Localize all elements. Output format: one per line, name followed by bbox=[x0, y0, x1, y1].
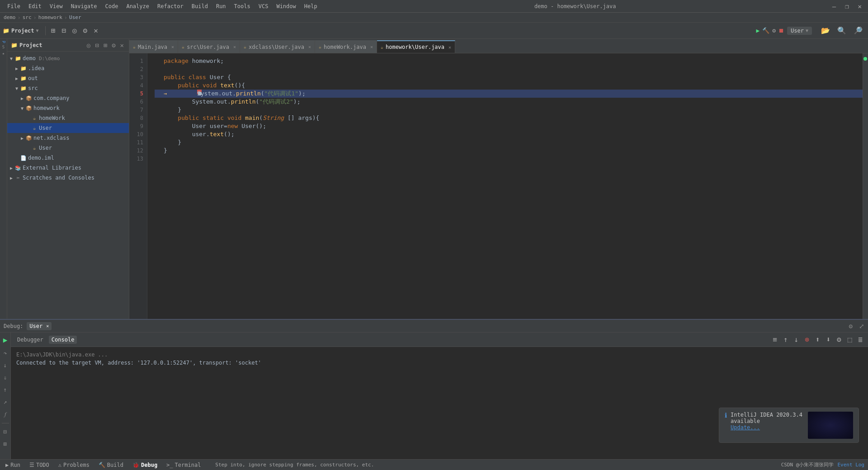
debug-console-tab[interactable]: Console bbox=[49, 336, 77, 344]
tree-item-out[interactable]: ▶ 📁 out bbox=[7, 73, 129, 83]
inspect-button[interactable]: 🔍 bbox=[835, 25, 849, 36]
debug-frames-btn[interactable]: ⊞ bbox=[2, 439, 9, 449]
run-button[interactable]: ▶ bbox=[756, 27, 760, 34]
build-button[interactable]: 🔨 bbox=[762, 27, 769, 34]
tree-item-xdclass-user[interactable]: ▶ ☕ User bbox=[7, 143, 129, 153]
project-selector[interactable]: 📁 Project ▼ bbox=[3, 28, 39, 34]
project-tool-icon[interactable]: P bbox=[1, 41, 6, 43]
debug-step-out-btn[interactable]: ↑ bbox=[2, 385, 9, 394]
tree-item-user-java[interactable]: ▶ ☕ User bbox=[7, 123, 129, 133]
event-log-btn[interactable]: Event Log bbox=[837, 462, 864, 468]
tree-item-demo-iml[interactable]: ▶ 📄 demo.iml bbox=[7, 153, 129, 163]
tab-close-homework-java[interactable]: ✕ bbox=[370, 44, 373, 49]
tab-src-user[interactable]: ☕ src\User.java ✕ bbox=[178, 40, 240, 53]
close-button[interactable]: ✕ bbox=[855, 2, 864, 11]
menu-tools[interactable]: Tools bbox=[231, 2, 254, 10]
tree-item-idea[interactable]: ▶ 📁 .idea bbox=[7, 63, 129, 73]
run-config-selector[interactable]: User ▼ bbox=[787, 27, 812, 35]
console-format-btn[interactable]: ⬚ bbox=[846, 334, 854, 345]
console-down-btn[interactable]: ⬇ bbox=[824, 334, 832, 345]
run-config-build-button[interactable]: ⚙ bbox=[772, 27, 776, 34]
tree-item-net-xdclass[interactable]: ▶ 📦 net.xdclass bbox=[7, 133, 129, 143]
window-title: demo - homework\User.java bbox=[534, 3, 616, 9]
panel-settings-btn[interactable]: ⚙ bbox=[110, 41, 117, 49]
open-folder-button[interactable]: 📂 bbox=[818, 25, 833, 36]
tree-item-homework-java[interactable]: ▶ ☕ homeWork bbox=[7, 113, 129, 123]
debug-force-step-into-btn[interactable]: ⇓ bbox=[2, 373, 9, 382]
tree-item-homework[interactable]: ▼ 📦 homework bbox=[7, 103, 129, 113]
notification-update-link[interactable]: Update... bbox=[731, 424, 760, 431]
console-filter-btn[interactable]: ⊗ bbox=[803, 334, 811, 345]
menu-edit[interactable]: Edit bbox=[25, 2, 45, 10]
close-panel-button[interactable]: ✕ bbox=[91, 25, 101, 36]
breadcrumb-user[interactable]: User bbox=[69, 14, 81, 20]
panel-collapse-btn[interactable]: ⊟ bbox=[94, 41, 100, 49]
menu-analyze[interactable]: Analyze bbox=[123, 2, 153, 10]
tab-close-main[interactable]: ✕ bbox=[171, 44, 174, 49]
stop-button[interactable]: ⏹ bbox=[778, 27, 784, 34]
debug-debugger-tab[interactable]: Debugger bbox=[14, 336, 46, 344]
debug-evaluate-btn[interactable]: 𝑓 bbox=[3, 409, 8, 419]
console-scroll-up-btn[interactable]: ↑ bbox=[782, 334, 790, 345]
debug-run-to-cursor-btn[interactable]: ↗ bbox=[2, 397, 9, 407]
tab-homework-java[interactable]: ☕ homeWork.java ✕ bbox=[315, 40, 377, 53]
menu-file[interactable]: File bbox=[4, 2, 24, 10]
minimize-button[interactable]: — bbox=[830, 2, 839, 11]
tab-main[interactable]: ☕ Main.java ✕ bbox=[129, 40, 178, 53]
menu-refactor[interactable]: Refactor bbox=[154, 2, 187, 10]
debug-settings-icon[interactable]: ⚙ bbox=[849, 323, 853, 330]
tree-item-com-company[interactable]: ▶ 📦 com.company bbox=[7, 93, 129, 103]
console-up-btn[interactable]: ⬆ bbox=[814, 334, 822, 345]
tab-close-homework-user[interactable]: ✕ bbox=[448, 45, 451, 50]
run-tab-btn[interactable]: ▶ Run bbox=[4, 461, 22, 469]
fav-tool-icon[interactable]: ★ bbox=[2, 51, 5, 56]
debug-expand-icon[interactable]: ⤢ bbox=[859, 323, 864, 330]
tree-item-demo[interactable]: ▼ 📁 demo D:\demo bbox=[7, 53, 129, 63]
console-scroll-down-btn[interactable]: ↓ bbox=[793, 334, 801, 345]
menu-view[interactable]: View bbox=[46, 2, 66, 10]
console-settings-btn[interactable]: ⚙ bbox=[835, 334, 843, 345]
tab-xdclass-user[interactable]: ☕ xdclass\User.java ✕ bbox=[240, 40, 315, 53]
menu-vcs[interactable]: VCS bbox=[255, 2, 272, 10]
tree-item-external-libs[interactable]: ▶ 📚 External Libraries bbox=[7, 163, 129, 173]
menu-navigate[interactable]: Navigate bbox=[67, 2, 101, 10]
debug-step-over-btn[interactable]: ↷ bbox=[2, 348, 9, 358]
console-clear-btn[interactable]: ≡ bbox=[771, 334, 779, 345]
debug-layout-btn[interactable]: ⊟ bbox=[2, 427, 9, 437]
panel-expand-btn[interactable]: ⊞ bbox=[102, 41, 108, 49]
menu-build[interactable]: Build bbox=[188, 2, 212, 10]
tab-close-src-user[interactable]: ✕ bbox=[233, 44, 236, 49]
terminal-tab-btn[interactable]: >_ Terminal bbox=[165, 461, 203, 469]
menu-code[interactable]: Code bbox=[102, 2, 122, 10]
breadcrumb-demo[interactable]: demo bbox=[4, 14, 16, 20]
code-area[interactable]: package homework; public class User { pu… bbox=[147, 53, 863, 319]
expand-all-button[interactable]: ⊞ bbox=[48, 25, 58, 36]
locate-file-button[interactable]: ◎ bbox=[70, 25, 80, 36]
panel-locate-btn[interactable]: ◎ bbox=[85, 41, 92, 49]
panel-close-btn[interactable]: ✕ bbox=[119, 41, 125, 49]
debug-tab-close[interactable]: ✕ bbox=[46, 323, 49, 328]
build-tab-btn[interactable]: 🔨 Build bbox=[97, 461, 125, 469]
breadcrumb-src[interactable]: src bbox=[23, 14, 32, 20]
search-everywhere-button[interactable]: 🔎 bbox=[851, 25, 865, 36]
tree-item-scratches[interactable]: ▶ ✂ Scratches and Consoles bbox=[7, 173, 129, 183]
tree-item-src[interactable]: ▼ 📁 src bbox=[7, 83, 129, 93]
tab-homework-user[interactable]: ☕ homework\User.java ✕ bbox=[377, 40, 455, 53]
menu-help[interactable]: Help bbox=[301, 2, 321, 10]
maximize-button[interactable]: ❐ bbox=[842, 2, 851, 11]
menu-run[interactable]: Run bbox=[212, 2, 230, 10]
problems-tab-btn[interactable]: ⚠ Problems bbox=[57, 461, 91, 469]
tab-close-xdclass-user[interactable]: ✕ bbox=[308, 44, 311, 49]
csdn-link[interactable]: CSDN @小朱不溜张同学 bbox=[781, 461, 834, 468]
debug-resume-btn[interactable]: ▶ bbox=[2, 334, 9, 346]
debug-step-into-btn[interactable]: ↓ bbox=[2, 361, 9, 370]
debug-tab-user[interactable]: User ✕ bbox=[27, 322, 52, 330]
breadcrumb-homework[interactable]: homework bbox=[38, 14, 62, 20]
structure-tool-icon[interactable]: S bbox=[2, 45, 5, 49]
menu-window[interactable]: Window bbox=[273, 2, 299, 10]
todo-tab-btn[interactable]: ☰ TODO bbox=[28, 461, 51, 469]
debug-tab-btn[interactable]: 🐞 Debug bbox=[131, 461, 159, 469]
settings-button[interactable]: ⚙ bbox=[80, 25, 90, 36]
collapse-all-button[interactable]: ⊟ bbox=[59, 25, 69, 36]
console-layout-btn[interactable]: ≣ bbox=[856, 334, 864, 345]
